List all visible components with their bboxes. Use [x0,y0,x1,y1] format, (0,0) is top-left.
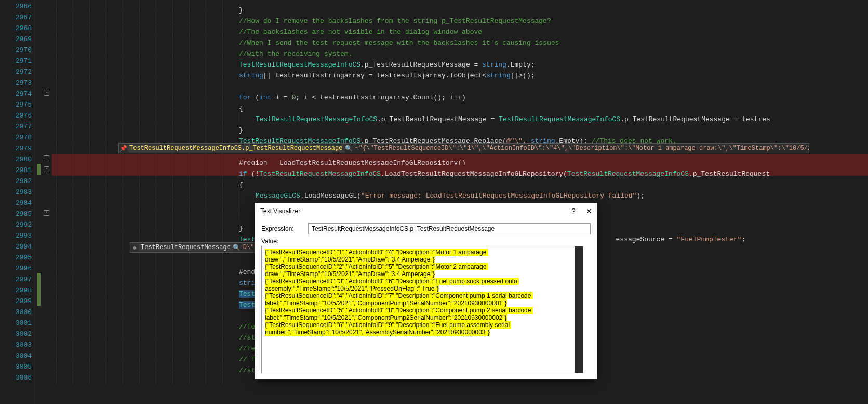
pin-icon[interactable]: ◆ [130,244,139,252]
value-label: Value: [261,238,278,245]
code-line[interactable]: //The backslashes are not visible in the… [52,23,868,34]
line-number: 2976 [0,110,36,121]
code-line[interactable]: TestResultRequestMessageInfoCS.p_TestRes… [52,132,868,143]
line-number: 3000 [0,307,36,318]
datatip-name: TestResultRequestMessage [139,244,233,251]
line-number: 2967 [0,12,36,23]
line-number: 2968 [0,23,36,34]
line-number: 2993 [0,230,36,241]
code-line[interactable]: //When I send the test request message w… [52,34,868,45]
line-number: 2996 [0,263,36,274]
line-number: 2984 [0,198,36,208]
line-number: 2999 [0,296,36,307]
line-number: 2982 [0,176,36,187]
dialog-titlebar[interactable]: Text Visualizer ? ✕ [255,203,597,219]
line-number: 2978 [0,132,36,143]
search-icon[interactable]: 🔍 [344,145,353,152]
code-line[interactable]: //How do I remove the backslashes from t… [52,12,868,23]
line-number: 2983 [0,187,36,198]
code-line[interactable]: MessageGLCS.LoadMessageGL("Error message… [52,187,868,198]
line-number: 2981 [0,165,36,176]
fold-toggle[interactable]: - [44,155,49,161]
line-number: 2995 [0,252,36,263]
datatip-name: TestResultRequestMessageInfoCS.p_TestRes… [127,145,344,152]
debug-datatip-1[interactable]: 📌 TestResultRequestMessageInfoCS.p_TestR… [118,143,809,153]
code-line[interactable]: { [52,99,868,110]
code-line[interactable]: #region LoadTestResultRequestMessageInfo… [52,154,868,165]
line-number: 3006 [0,372,36,383]
close-button[interactable]: ✕ [581,203,597,219]
line-number: 2971 [0,56,36,67]
fold-toggle[interactable]: - [44,166,49,172]
search-icon[interactable]: 🔍 [233,244,241,252]
fold-toggle[interactable]: - [44,90,49,96]
code-line[interactable] [52,77,868,88]
line-number: 2980 [0,154,36,165]
line-number-gutter: 2966296729682969297029712972297329742975… [0,0,36,404]
code-line[interactable]: } [52,121,868,132]
code-line[interactable]: { [52,176,868,187]
line-number: 3005 [0,361,36,372]
expression-input[interactable] [308,223,591,234]
line-number: 3003 [0,340,36,350]
line-number: 3002 [0,329,36,340]
line-number: 2998 [0,285,36,296]
pin-icon[interactable]: 📌 [119,145,127,152]
code-line[interactable]: TestResultRequestMessageInfoCS.p_TestRes… [52,56,868,67]
line-number: 3004 [0,350,36,361]
datatip-value: ~"{\"TestResultSequenceID\":\"1\",\"Acti… [353,145,809,152]
fold-toggle[interactable]: + [44,210,49,216]
line-number: 2970 [0,45,36,56]
line-number: 2973 [0,77,36,88]
code-line[interactable]: string[] testresultsstringarray = testre… [52,67,868,77]
line-number: 2969 [0,34,36,45]
line-number: 2966 [0,1,36,12]
line-number: 2997 [0,274,36,285]
help-button[interactable]: ? [566,203,581,219]
line-number: 2994 [0,241,36,252]
code-line[interactable]: TestResultRequestMessageInfoCS.p_TestRes… [52,110,868,121]
code-line[interactable]: for (int i = 0; i < testresultsstringarr… [52,88,868,99]
value-content: {"TestResultSequenceID":"1","ActionInfoI… [265,249,533,336]
code-line[interactable]: if (!TestResultRequestMessageInfoCS.Load… [52,165,868,176]
fold-margin: ---+ [36,0,52,404]
line-number: 3001 [0,318,36,329]
line-number: 2974 [0,88,36,99]
code-line[interactable]: } [52,1,868,12]
line-number: 2985 [0,208,36,219]
code-line[interactable]: //with the receiving system. [52,45,868,56]
scrollbar[interactable] [575,246,583,373]
value-textarea[interactable]: {"TestResultSequenceID":"1","ActionInfoI… [261,246,583,373]
line-number: 2972 [0,67,36,77]
dialog-title: Text Visualizer [260,207,566,215]
text-visualizer-dialog: Text Visualizer ? ✕ Expression: Value: {… [255,203,597,379]
line-number: 2979 [0,143,36,154]
line-number: 2977 [0,121,36,132]
expression-label: Expression: [261,225,308,232]
line-number: 2975 [0,99,36,110]
line-number: 2992 [0,219,36,230]
